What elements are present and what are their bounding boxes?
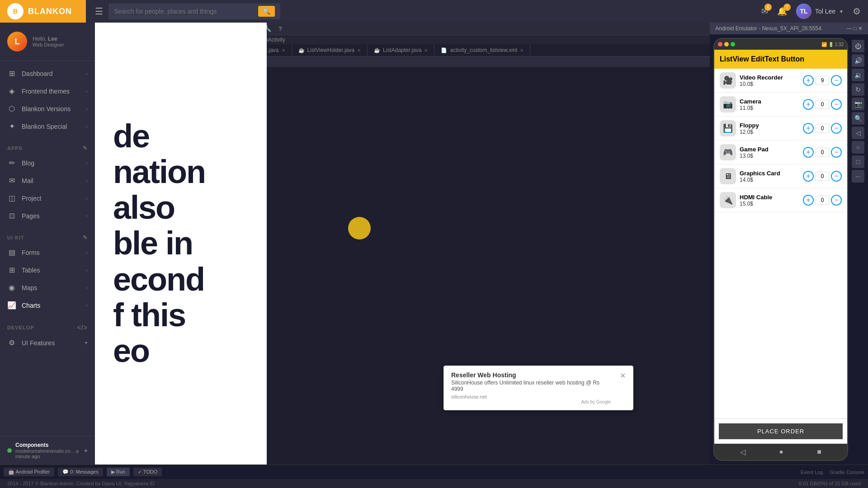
- qty-input[interactable]: [816, 172, 829, 181]
- place-order-button[interactable]: PLACE ORDER: [719, 423, 843, 439]
- taskbar-run[interactable]: ▶ Run: [107, 468, 130, 476]
- minus-btn[interactable]: −: [831, 75, 842, 86]
- sidebar: L Hello, Lee Web Designer ⊞ Dashboard › …: [0, 23, 95, 465]
- settings-icon[interactable]: ⚙: [853, 6, 861, 17]
- app-list: 🎥 Video Recorder 10.0$ + −: [714, 69, 847, 418]
- tab-close[interactable]: ✕: [357, 48, 361, 53]
- mail-nav-icon: ✉: [7, 176, 16, 185]
- sidebar-item-frontend-themes[interactable]: ◈ Frontend themes ›: [0, 82, 95, 100]
- list-item: 🎮 Game Pad 13.0$ + −: [714, 141, 847, 164]
- taskbar-android-profiler[interactable]: 🤖 Android Profiler: [4, 468, 54, 476]
- chevron-icon: ›: [86, 123, 88, 130]
- minus-btn[interactable]: −: [831, 123, 842, 134]
- add-component-icon[interactable]: +: [84, 447, 88, 454]
- sidebar-item-pages[interactable]: ⊡ Pages ›: [0, 207, 95, 225]
- taskbar-todo[interactable]: ✓ TODO: [133, 468, 162, 476]
- minus-btn[interactable]: −: [831, 147, 842, 158]
- edit-icon[interactable]: ✎: [83, 145, 88, 151]
- mail-icon[interactable]: ✉ 6: [761, 6, 768, 16]
- ui-kit-edit-icon[interactable]: ✎: [83, 235, 88, 241]
- qty-input[interactable]: [816, 124, 829, 133]
- qty-input[interactable]: [816, 148, 829, 157]
- phone-status-bar: 📶 🔋 1:32: [714, 39, 847, 50]
- project-icon: ◫: [7, 194, 16, 202]
- maps-icon: ◉: [7, 283, 16, 292]
- components-label[interactable]: Components: [15, 442, 80, 448]
- tab-listviewholder-java[interactable]: ☕ ListViewHolder.java ✕: [292, 44, 368, 56]
- minus-btn[interactable]: −: [831, 195, 842, 206]
- sidebar-item-tables[interactable]: ⊞ Tables ›: [0, 261, 95, 279]
- notification-icon[interactable]: 🔔 7: [777, 6, 787, 16]
- qty-input[interactable]: [816, 100, 829, 109]
- search-bar: 🔍: [108, 3, 280, 19]
- sidebar-item-blankon-special[interactable]: ✦ Blankon Special ›: [0, 117, 95, 135]
- sidebar-item-ui-features[interactable]: ⚙ UI Features +: [0, 334, 95, 352]
- top-right-area: ✉ 6 🔔 7 TL Tol Lee ▼ ⚙: [761, 4, 861, 19]
- qty-input[interactable]: [816, 196, 829, 205]
- plus-btn[interactable]: +: [803, 171, 814, 182]
- phone-status-right: 📶 🔋 1:32: [821, 42, 844, 47]
- ad-close-btn[interactable]: ✕: [620, 371, 626, 380]
- menu-icon[interactable]: ☰: [95, 6, 103, 17]
- volume-up-btn[interactable]: 🔊: [852, 54, 864, 67]
- tab-close[interactable]: ✕: [282, 48, 285, 53]
- tables-icon: ⊞: [7, 266, 16, 274]
- list-item: 🎥 Video Recorder 10.0$ + −: [714, 69, 847, 93]
- charts-icon: 📈: [7, 301, 16, 310]
- search-button[interactable]: 🔍: [258, 6, 275, 17]
- sidebar-item-maps[interactable]: ◉ Maps ›: [0, 279, 95, 296]
- circle-btn[interactable]: ○: [852, 141, 864, 154]
- more-btn[interactable]: ···: [852, 170, 864, 183]
- sidebar-item-mail[interactable]: ✉ Mail ›: [0, 172, 95, 189]
- back-btn[interactable]: ◁: [852, 127, 864, 139]
- rotate-btn[interactable]: ↻: [852, 83, 864, 96]
- emulator-panel: Android Emulator - Nexus_5X_API_26:5554 …: [710, 23, 868, 465]
- sidebar-item-forms[interactable]: ▤ Forms ›: [0, 244, 95, 261]
- home-nav-btn[interactable]: ●: [779, 448, 783, 456]
- plus-btn[interactable]: +: [803, 75, 814, 86]
- taskbar: 🤖 Android Profiler 💬 0: Messages ▶ Run ✓…: [0, 465, 868, 479]
- sidebar-footer: Components modelrumahminimalis.co... a m…: [0, 436, 95, 465]
- sidebar-item-blog[interactable]: ✏ Blog ›: [0, 154, 95, 172]
- tab-listadapter-java[interactable]: ☕ ListAdapter.java ✕: [368, 44, 434, 56]
- dashboard-icon: ⊞: [7, 69, 16, 78]
- avatar: TL: [796, 4, 811, 19]
- cursor-highlight: [348, 217, 371, 239]
- list-item: 📷 Camera 11.0$ + −: [714, 93, 847, 117]
- minus-btn[interactable]: −: [831, 99, 842, 110]
- emulator-title: Android Emulator - Nexus_5X_API_26:5554: [715, 25, 821, 32]
- sidebar-item-charts[interactable]: 📈 Charts ›: [0, 296, 95, 314]
- overlay-text: denationalsoble inecondf thiseo: [113, 118, 249, 369]
- volume-down-btn[interactable]: 🔉: [852, 69, 864, 81]
- sidebar-item-dashboard[interactable]: ⊞ Dashboard ›: [0, 65, 95, 82]
- sidebar-item-blankon-versions[interactable]: ⬡ Blankon Versions ›: [0, 100, 95, 117]
- footer-bar: 2014 - 2017 © Blankon Admin. Created by …: [0, 479, 868, 488]
- plus-btn[interactable]: +: [803, 99, 814, 110]
- ad-popup: Reseller Web Hosting SiliconHouse offers…: [443, 366, 633, 410]
- zoom-btn[interactable]: 🔍: [852, 112, 864, 125]
- minus-btn[interactable]: −: [831, 171, 842, 182]
- plus-btn[interactable]: +: [803, 123, 814, 134]
- mail-badge: 6: [764, 4, 772, 11]
- square-btn[interactable]: □: [852, 155, 864, 168]
- plus-btn[interactable]: +: [803, 147, 814, 158]
- search-input[interactable]: [114, 8, 255, 15]
- tab-close[interactable]: ✕: [424, 48, 428, 53]
- sidebar-item-project[interactable]: ◫ Project ›: [0, 189, 95, 207]
- content-area: denationalsoble inecondf thiseo ◁ ▷ ↩ ↪ …: [95, 23, 868, 465]
- plus-btn[interactable]: +: [803, 195, 814, 206]
- toolbar-help[interactable]: ?: [276, 24, 284, 33]
- main-nav-section: ⊞ Dashboard › ◈ Frontend themes › ⬡ Blan…: [0, 61, 95, 139]
- tab-close[interactable]: ✕: [520, 48, 524, 53]
- top-bar: B BLANKON ☰ 🔍 ✉ 6 🔔 7 TL Tol Lee ▼ ⚙: [0, 0, 868, 23]
- tab-activity-custom[interactable]: 📄 activity_custom_listview.xml ✕: [434, 44, 530, 56]
- taskbar-messages[interactable]: 💬 0: Messages: [58, 468, 103, 476]
- user-area[interactable]: TL Tol Lee ▼: [796, 4, 844, 19]
- power-btn[interactable]: ⏻: [852, 40, 864, 52]
- back-nav-btn[interactable]: ◁: [740, 448, 745, 456]
- recents-nav-btn[interactable]: ■: [817, 448, 821, 456]
- screenshot-btn[interactable]: 📷: [852, 98, 864, 110]
- ui-features-icon: ⚙: [7, 338, 16, 347]
- qty-input[interactable]: [816, 76, 829, 85]
- emulator-close[interactable]: — □ ✕: [846, 25, 863, 32]
